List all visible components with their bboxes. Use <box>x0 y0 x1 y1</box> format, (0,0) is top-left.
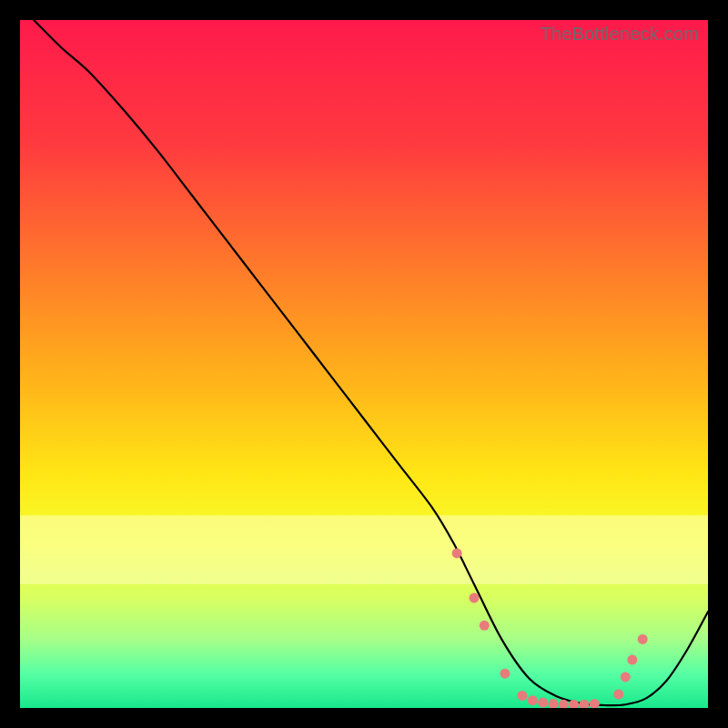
data-marker <box>613 689 623 699</box>
data-marker <box>638 634 648 644</box>
data-marker <box>500 669 510 679</box>
data-marker <box>528 695 538 705</box>
data-marker <box>538 697 548 707</box>
data-marker <box>517 691 527 701</box>
chart-frame: TheBottleneck.com <box>0 0 728 728</box>
plot-area: TheBottleneck.com <box>20 20 708 708</box>
chart-svg <box>20 20 708 708</box>
data-marker <box>621 672 631 682</box>
data-marker <box>452 548 462 558</box>
data-marker <box>469 593 479 603</box>
watermark-label: TheBottleneck.com <box>540 24 699 45</box>
data-marker <box>627 655 637 665</box>
data-marker <box>480 621 490 631</box>
pale-band <box>20 515 708 584</box>
gradient-background <box>20 20 708 708</box>
